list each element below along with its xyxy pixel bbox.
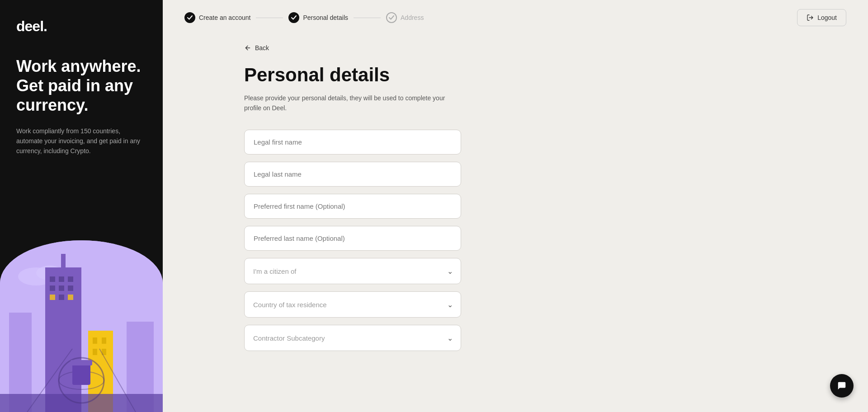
sidebar-headline: Work anywhere. Get paid in any currency. [16,56,146,115]
back-link[interactable]: Back [244,44,269,52]
sidebar: deel. Work anywhere. Get paid in any cur… [0,0,163,412]
step-personal-details: Personal details [288,12,348,23]
logout-button[interactable]: Logout [797,9,846,26]
svg-rect-14 [68,295,73,300]
logo: deel. [16,18,146,35]
step-icon-address [386,12,397,23]
svg-rect-17 [93,337,97,344]
step-label-personal-details: Personal details [303,14,348,21]
logout-label: Logout [817,14,837,21]
svg-rect-10 [59,286,64,291]
preferred-first-name-input[interactable] [244,194,461,219]
svg-rect-8 [68,276,73,282]
top-nav: Create an account Personal details [163,0,868,35]
logout-icon [807,14,814,21]
svg-rect-7 [59,276,64,282]
main-content: Create an account Personal details [163,0,868,412]
citizen-of-select[interactable] [244,258,461,284]
svg-rect-11 [68,286,73,291]
form-fields: ⌄ I'm a citizen of ⌄ Country of tax resi… [244,130,461,351]
svg-rect-19 [93,349,97,355]
steps-container: Create an account Personal details [184,12,424,23]
svg-rect-15 [61,254,66,270]
step-create-account: Create an account [184,12,250,23]
sidebar-subtext: Work compliantly from 150 countries, aut… [16,126,146,156]
step-icon-personal-details [288,12,299,23]
contractor-subcategory-wrapper: ⌄ Contractor Subcategory [244,325,461,351]
page-description: Please provide your personal details, th… [244,93,461,113]
legal-last-name-input[interactable] [244,162,461,187]
tax-residence-select[interactable] [244,291,461,318]
chat-icon [837,381,847,391]
step-icon-create-account [184,12,195,23]
svg-rect-24 [72,362,90,385]
step-label-address: Address [401,14,424,21]
connector-2 [354,18,381,18]
svg-rect-9 [50,286,55,291]
sidebar-illustration [0,240,163,412]
legal-first-name-input[interactable] [244,130,461,154]
back-label: Back [255,44,269,52]
svg-rect-13 [59,295,64,300]
svg-rect-18 [102,337,106,344]
connector-1 [256,18,283,18]
step-address: Address [386,12,424,23]
city-illustration [0,240,163,412]
form-container: Back Personal details Please provide you… [163,35,705,412]
step-label-create-account: Create an account [199,14,250,21]
preferred-last-name-input[interactable] [244,226,461,251]
tax-residence-wrapper: ⌄ Country of tax residence [244,291,461,318]
svg-rect-6 [50,276,55,282]
svg-rect-12 [50,295,55,300]
citizen-of-wrapper: ⌄ I'm a citizen of [244,258,461,284]
svg-rect-25 [71,360,92,365]
page-title: Personal details [244,64,624,86]
chat-button[interactable] [830,374,854,398]
contractor-subcategory-select[interactable] [244,325,461,351]
back-arrow-icon [244,44,251,52]
